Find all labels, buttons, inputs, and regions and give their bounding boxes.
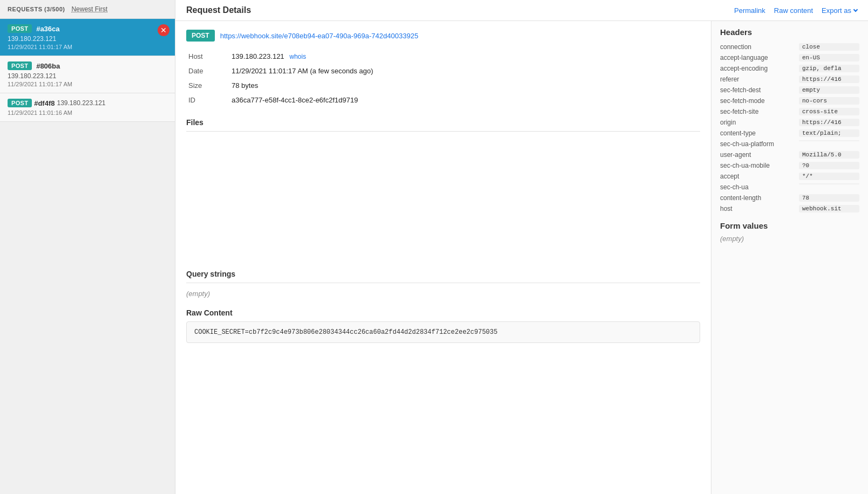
- header-name: sec-fetch-site: [720, 108, 796, 115]
- header-row: sec-ch-ua: [720, 183, 859, 191]
- header-value: text/plain;: [799, 129, 859, 137]
- raw-content-box: COOKIE_SECRET=cb7f2c9c4e973b806e28034344…: [186, 321, 700, 343]
- sidebar-sort[interactable]: Newest First: [71, 5, 107, 13]
- files-title: Files: [186, 118, 700, 127]
- header-row: refererhttps://416: [720, 76, 859, 83]
- header-name: host: [720, 205, 796, 212]
- header-name: connection: [720, 43, 796, 51]
- id-label: ID: [186, 93, 229, 107]
- header-row: sec-ch-ua-mobile?0: [720, 162, 859, 169]
- header-row: content-typetext/plain;: [720, 129, 859, 137]
- raw-content-link[interactable]: Raw content: [774, 6, 813, 15]
- files-divider: [186, 131, 700, 132]
- form-values-value: (empty): [720, 235, 859, 243]
- request-ip-2: 139.180.223.121: [8, 72, 167, 80]
- export-chevron-icon: [853, 8, 858, 12]
- header-name: sec-fetch-mode: [720, 97, 796, 105]
- header-value: no-cors: [799, 97, 859, 105]
- content-area: POST https://webhook.site/e708eb94-ea07-…: [175, 21, 868, 494]
- headers-title: Headers: [720, 28, 859, 37]
- whois-link[interactable]: whois: [289, 53, 306, 60]
- request-ip-1: 139.180.223.121: [8, 35, 167, 43]
- header-value: https://416: [799, 119, 859, 126]
- topbar-title: Request Details: [186, 5, 725, 15]
- form-values-title: Form values: [720, 221, 859, 230]
- headers-list: connectioncloseaccept-languageen-USaccep…: [720, 43, 859, 212]
- header-row: sec-fetch-modeno-cors: [720, 97, 859, 105]
- header-row: accept*/*: [720, 173, 859, 180]
- host-value: 139.180.223.121 whois: [229, 49, 700, 64]
- header-row: sec-ch-ua-platform: [720, 140, 859, 148]
- header-name: sec-ch-ua-platform: [720, 140, 796, 148]
- header-row: sec-fetch-sitecross-site: [720, 108, 859, 115]
- request-ip-3-inline: 139.180.223.121: [57, 99, 105, 107]
- size-row: Size 78 bytes: [186, 78, 700, 93]
- request-time-1: 11/29/2021 11:01:17 AM: [8, 44, 167, 50]
- header-row: accept-languageen-US: [720, 54, 859, 61]
- request-time-2: 11/29/2021 11:01:17 AM: [8, 81, 167, 87]
- header-name: origin: [720, 119, 796, 126]
- main-area: Request Details Permalink Raw content Ex…: [175, 0, 868, 494]
- id-value: a36ca777-e58f-4cc1-8ce2-e6fc2f1d9719: [229, 93, 700, 107]
- headers-panel: Headers connectioncloseaccept-languageen…: [711, 21, 868, 494]
- request-item-3[interactable]: POST #df4f8 139.180.223.121 11/29/2021 1…: [0, 93, 175, 122]
- delete-button-1[interactable]: ✕: [158, 24, 169, 36]
- query-strings-value: (empty): [186, 290, 700, 298]
- request-id-2: #806ba: [36, 62, 60, 70]
- header-name: user-agent: [720, 151, 796, 159]
- header-value: https://416: [799, 76, 859, 83]
- sidebar-title: REQUESTS (3/500): [8, 6, 65, 12]
- header-row: sec-fetch-destempty: [720, 86, 859, 94]
- size-label: Size: [186, 78, 229, 93]
- request-id-3: #df4f8: [34, 99, 55, 107]
- post-badge-1: POST: [8, 24, 32, 33]
- files-content: [186, 138, 700, 267]
- header-name: sec-ch-ua: [720, 183, 796, 191]
- id-row: ID a36ca777-e58f-4cc1-8ce2-e6fc2f1d9719: [186, 93, 700, 107]
- request-id-1: #a36ca: [36, 25, 59, 33]
- export-button[interactable]: Export as: [822, 6, 857, 15]
- header-row: accept-encodinggzip, defla: [720, 65, 859, 72]
- header-value: [799, 140, 859, 141]
- header-value: ?0: [799, 162, 859, 169]
- header-value: gzip, defla: [799, 65, 859, 72]
- header-value: en-US: [799, 54, 859, 61]
- header-value: [799, 183, 859, 184]
- header-name: sec-ch-ua-mobile: [720, 162, 796, 169]
- query-strings-title: Query strings: [186, 270, 700, 278]
- request-detail-panel: POST https://webhook.site/e708eb94-ea07-…: [175, 21, 711, 494]
- header-value: Mozilla/5.0: [799, 151, 859, 159]
- header-row: content-length78: [720, 194, 859, 202]
- permalink-link[interactable]: Permalink: [734, 6, 765, 15]
- host-label: Host: [186, 49, 229, 64]
- header-value: */*: [799, 173, 859, 180]
- raw-content-title: Raw Content: [186, 308, 700, 317]
- method-badge: POST: [186, 30, 215, 42]
- header-name: sec-fetch-dest: [720, 86, 796, 94]
- request-url[interactable]: https://webhook.site/e708eb94-ea07-490a-…: [220, 32, 418, 40]
- header-name: content-type: [720, 129, 796, 137]
- request-time-3: 11/29/2021 11:01:16 AM: [8, 109, 167, 116]
- header-value: cross-site: [799, 108, 859, 115]
- header-name: accept-language: [720, 54, 796, 61]
- topbar: Request Details Permalink Raw content Ex…: [175, 0, 868, 21]
- date-label: Date: [186, 64, 229, 78]
- header-value: close: [799, 43, 859, 51]
- header-row: user-agentMozilla/5.0: [720, 151, 859, 159]
- header-name: content-length: [720, 194, 796, 202]
- request-item-1[interactable]: POST #a36ca 139.180.223.121 11/29/2021 1…: [0, 19, 175, 56]
- sidebar: REQUESTS (3/500) Newest First POST #a36c…: [0, 0, 175, 494]
- request-item-2[interactable]: POST #806ba 139.180.223.121 11/29/2021 1…: [0, 56, 175, 93]
- date-row: Date 11/29/2021 11:01:17 AM (a few secon…: [186, 64, 700, 78]
- post-badge-2: POST: [8, 61, 32, 70]
- detail-table: Host 139.180.223.121 whois Date 11/29/20…: [186, 49, 700, 107]
- header-value: empty: [799, 86, 859, 94]
- header-name: referer: [720, 76, 796, 83]
- header-name: accept-encoding: [720, 65, 796, 72]
- query-strings-divider: [186, 283, 700, 283]
- header-value: 78: [799, 194, 859, 202]
- post-badge-3: POST: [8, 99, 32, 107]
- url-row: POST https://webhook.site/e708eb94-ea07-…: [186, 30, 700, 42]
- header-row: connectionclose: [720, 43, 859, 51]
- export-label: Export as: [822, 6, 851, 15]
